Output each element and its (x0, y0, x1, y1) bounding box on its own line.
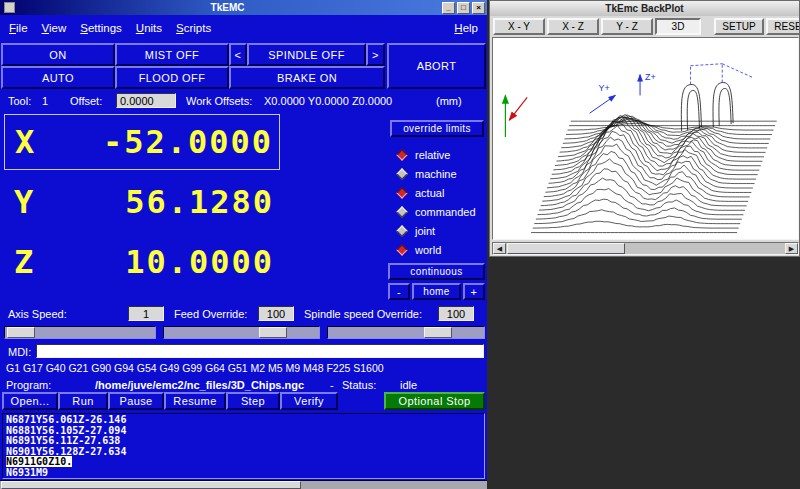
tool-value: 1 (42, 95, 48, 107)
abort-button[interactable]: ABORT (387, 43, 486, 89)
axis-speed-slider[interactable] (4, 326, 156, 339)
brake-button[interactable]: BRAKE ON (229, 66, 385, 89)
backplot-title: TkEmc BackPlot (605, 3, 683, 14)
scroll-left-icon[interactable]: ◀ (493, 243, 506, 254)
machine-on-button[interactable]: ON (1, 43, 115, 66)
scrollbar-thumb[interactable] (507, 243, 625, 254)
radio-machine[interactable]: machine (398, 165, 457, 183)
program-listing[interactable]: N6871Y56.061Z-26.146N6881Y56.105Z-27.094… (2, 413, 485, 479)
program-line-text: N6901Y56.128Z-27.634 (6, 446, 126, 457)
view-button-3d[interactable]: 3D (655, 18, 701, 35)
menu-item-file[interactable]: File (9, 22, 28, 34)
spindle-override-slider[interactable] (327, 326, 485, 339)
verify-button[interactable]: Verify (280, 392, 338, 410)
spindle-faster-button[interactable]: > (366, 43, 385, 66)
desktop: TkEMC _ □ × FileViewSettingsUnitsScripts… (0, 0, 800, 489)
axis-value-y: 56.1280 (58, 183, 274, 221)
radio-world[interactable]: world (398, 241, 441, 259)
scroll-right-icon[interactable]: ▶ (785, 243, 798, 254)
x-axis-arrow (509, 97, 527, 120)
radio-label: machine (415, 168, 457, 180)
spindle-button[interactable]: SPINDLE OFF (247, 43, 366, 66)
jog-mode-button[interactable]: continuous (388, 263, 485, 280)
status-label: Status: (342, 379, 376, 391)
run-button[interactable]: Run (58, 392, 108, 410)
program-line: N6901Y56.128Z-27.634 (6, 447, 484, 458)
radio-actual[interactable]: actual (398, 184, 444, 202)
view-button-x-y[interactable]: X - Y (493, 18, 545, 35)
optional-stop-button[interactable]: Optional Stop (384, 392, 485, 410)
radio-indicator-icon (396, 187, 407, 198)
backplot-plot: Y+ Z+ (493, 38, 798, 239)
minimize-icon[interactable]: _ (442, 2, 455, 14)
axis-letter-z: Z (14, 243, 58, 281)
units-indicator: (mm) (436, 95, 462, 107)
mdi-label: MDI: (8, 346, 31, 358)
menu-item-view[interactable]: View (42, 22, 67, 34)
backplot-title-bar[interactable]: TkEmc BackPlot (490, 1, 799, 16)
step-button[interactable]: Step (226, 392, 280, 410)
axis-speed-slider-thumb[interactable] (7, 327, 35, 338)
axis-readout-x: X -52.0000 (4, 114, 280, 170)
override-limits-button[interactable]: override limits (390, 120, 484, 137)
program-line-current: N6911G0Z10. (6, 457, 484, 468)
work-offsets-label: Work Offsets: (186, 95, 252, 107)
scrollbar-thumb[interactable] (1, 481, 301, 489)
feed-override-slider-thumb[interactable] (259, 327, 287, 338)
rapid-move-line (722, 64, 753, 78)
program-line-text: N6931M9 (6, 467, 48, 478)
flood-button[interactable]: FLOOD OFF (115, 66, 229, 89)
chip-outline (687, 90, 699, 130)
feed-override-slider[interactable] (163, 326, 320, 339)
maximize-icon[interactable]: □ (457, 2, 470, 14)
mist-button[interactable]: MIST OFF (115, 43, 229, 66)
view-button-y-z[interactable]: Y - Z (601, 18, 653, 35)
view-button-x-z[interactable]: X - Z (547, 18, 599, 35)
menu-item-settings[interactable]: Settings (80, 22, 122, 34)
close-icon[interactable]: × (472, 2, 485, 14)
mode-auto-button[interactable]: AUTO (1, 66, 115, 89)
open-button[interactable]: Open... (2, 392, 58, 410)
menu-item-scripts[interactable]: Scripts (176, 22, 211, 34)
program-horizontal-scrollbar[interactable] (0, 480, 487, 489)
axis-letter-x: X (15, 123, 59, 161)
menu-bar-items: FileViewSettingsUnitsScripts (9, 22, 225, 34)
spindle-override-value[interactable]: 100 (438, 306, 474, 321)
pause-button[interactable]: Pause (108, 392, 164, 410)
mdi-input[interactable] (36, 344, 484, 358)
radio-joint[interactable]: joint (398, 222, 435, 240)
active-gcodes: G1 G17 G40 G21 G90 G94 G54 G49 G99 G64 G… (6, 362, 384, 374)
y-axis-label: Y+ (598, 83, 609, 93)
feed-override-value[interactable]: 100 (258, 306, 294, 321)
radio-commanded[interactable]: commanded (398, 203, 476, 221)
home-button[interactable]: home (412, 283, 461, 300)
axis-speed-value[interactable]: 1 (128, 306, 164, 321)
tool-offset-entry[interactable]: 0.0000 (116, 93, 176, 108)
axis-letter-y: Y (14, 183, 58, 221)
window-menu-icon[interactable] (4, 2, 15, 13)
tool-label: Tool: (8, 95, 31, 107)
menu-item-units[interactable]: Units (136, 22, 162, 34)
status-separator: - (330, 379, 334, 391)
menu-bar: FileViewSettingsUnitsScripts Help (0, 15, 487, 41)
spindle-slower-button[interactable]: < (229, 43, 247, 66)
program-label: Program: (6, 379, 51, 391)
radio-label: commanded (415, 206, 476, 218)
radio-label: joint (415, 225, 435, 237)
jog-minus-button[interactable]: - (388, 283, 410, 300)
status-value: idle (400, 379, 417, 391)
work-offsets-value: X0.0000 Y0.0000 Z0.0000 (264, 95, 392, 107)
backplot-window: TkEmc BackPlot X - YX - ZY - Z3D SETUP R… (489, 0, 800, 257)
feed-override-label: Feed Override: (174, 308, 247, 320)
title-bar[interactable]: TkEMC _ □ × (0, 0, 487, 15)
reset-button[interactable]: RESET (766, 18, 800, 35)
spindle-override-slider-thumb[interactable] (424, 327, 452, 338)
radio-indicator-icon (396, 244, 407, 255)
menu-item-help[interactable]: Help (454, 22, 478, 34)
radio-relative[interactable]: relative (398, 146, 450, 164)
offset-label: Offset: (70, 95, 102, 107)
backplot-horizontal-scrollbar[interactable]: ◀ ▶ (492, 242, 799, 255)
setup-button[interactable]: SETUP (714, 18, 764, 35)
jog-plus-button[interactable]: + (463, 283, 485, 300)
resume-button[interactable]: Resume (164, 392, 226, 410)
